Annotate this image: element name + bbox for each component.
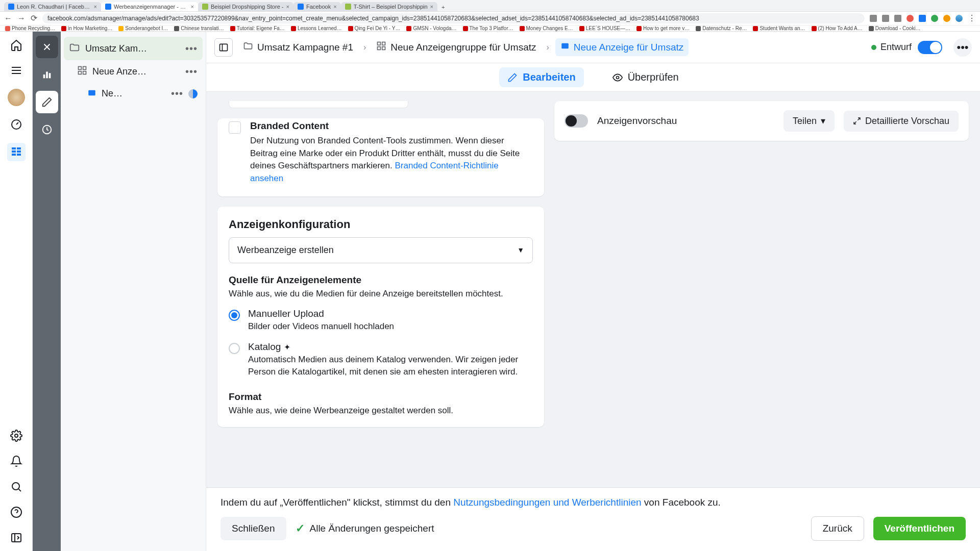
ext4-icon[interactable] xyxy=(943,15,950,22)
nav-forward-icon[interactable]: → xyxy=(17,14,26,23)
publish-button[interactable]: Veröffentlichen xyxy=(873,517,966,540)
radio-catalog[interactable]: Katalog✦ Automatisch Medien aus deinem K… xyxy=(229,341,533,378)
radio-catalog-input[interactable] xyxy=(229,343,240,354)
favicon xyxy=(298,4,304,10)
nav-back-icon[interactable]: ← xyxy=(4,14,12,23)
detailed-preview-button[interactable]: Detaillierte Vorschau xyxy=(844,111,959,132)
browser-tab[interactable]: T-Shirt – Beispiel Dropshippin× xyxy=(341,2,437,11)
tree-ad-row[interactable]: Ne… ••• xyxy=(82,83,203,105)
radio-manual-input[interactable] xyxy=(229,310,240,321)
bookmark-item[interactable]: Lessons Learned… xyxy=(291,26,342,31)
close-button[interactable]: Schließen xyxy=(220,517,286,540)
bookmark-item[interactable]: How to get more v… xyxy=(636,26,690,31)
star-icon[interactable] xyxy=(894,15,901,22)
close-icon[interactable]: × xyxy=(191,4,194,10)
bookmark-item[interactable]: Tutorial: Eigene Fa… xyxy=(230,26,285,31)
bell-icon[interactable] xyxy=(9,454,23,468)
collapse-icon[interactable] xyxy=(9,531,23,545)
bookmark-item[interactable]: Datenschutz - Re… xyxy=(696,26,747,31)
svg-rect-26 xyxy=(83,71,86,74)
back-button[interactable]: Zurück xyxy=(811,516,864,541)
close-icon[interactable]: × xyxy=(430,4,433,10)
grid-icon[interactable] xyxy=(7,143,26,161)
format-heading: Format xyxy=(229,391,533,403)
help-icon[interactable] xyxy=(9,505,23,519)
more-icon[interactable]: ••• xyxy=(171,88,183,99)
tab-edit[interactable]: Bearbeiten xyxy=(499,67,583,87)
home-icon[interactable] xyxy=(9,38,23,52)
bookmark-item[interactable]: (2) How To Add A… xyxy=(812,26,863,31)
ad-config-card: Anzeigenkonfiguration Werbeanzeige erste… xyxy=(217,207,544,427)
folder-icon xyxy=(69,42,80,55)
svg-line-36 xyxy=(857,118,860,120)
bookmark-item[interactable]: Download - Cooki… xyxy=(869,26,921,31)
terms-link[interactable]: Nutzungsbedingungen und Werberichtlinien xyxy=(453,497,641,508)
browser-tab[interactable]: Leon R. Chaudhari | Facebook× xyxy=(4,2,101,11)
tab-review[interactable]: Überprüfen xyxy=(604,67,687,87)
zoom-icon[interactable] xyxy=(870,15,877,22)
favicon xyxy=(105,4,111,10)
browser-tab[interactable]: Werbeanzeigenmanager - We× xyxy=(101,2,198,11)
ext3-icon[interactable] xyxy=(931,15,938,22)
bookmark-item[interactable]: LEE´S HOUSE—… xyxy=(579,26,630,31)
radio-manual-upload[interactable]: Manueller Upload Bilder oder Videos manu… xyxy=(229,308,533,333)
status-label: Entwurf xyxy=(880,42,912,53)
ad-icon xyxy=(560,41,570,53)
menu-icon[interactable] xyxy=(9,63,23,78)
more-icon[interactable]: ••• xyxy=(185,43,198,55)
svg-rect-27 xyxy=(88,90,95,95)
nav-reload-icon[interactable]: ⟳ xyxy=(31,13,37,23)
saved-indicator: ✓ Alle Änderungen gespeichert xyxy=(296,522,434,535)
bookmark-item[interactable]: GMSN - Vologda… xyxy=(406,26,456,31)
bookmark-item[interactable]: Phone Recycling… xyxy=(5,26,55,31)
share-button[interactable]: Teilen ▾ xyxy=(783,110,835,132)
bookmark-item[interactable]: Chinese translati… xyxy=(174,26,224,31)
ad-type-select[interactable]: Werbeanzeige erstellen ▼ xyxy=(229,237,533,263)
browser-tab[interactable]: Beispiel Dropshipping Store -× xyxy=(198,2,293,11)
bookmark-item[interactable]: Qing Fei De Yi - Y… xyxy=(348,26,401,31)
bookmark-item[interactable]: Student Wants an… xyxy=(753,26,805,31)
radio-catalog-title: Katalog✦ xyxy=(248,341,533,353)
pencil-icon[interactable] xyxy=(36,91,58,113)
tree-campaign-row[interactable]: Umsatz Kam… ••• xyxy=(64,37,203,60)
tree-adset-row[interactable]: Neue Anze… ••• xyxy=(72,60,203,83)
branded-content-checkbox[interactable] xyxy=(229,121,241,134)
bookmark-bar: Phone Recycling…in How Marketing…Sondera… xyxy=(0,25,980,31)
main-content: Umsatz Kampagne #1 › Neue Anzeigengruppe… xyxy=(206,32,980,551)
profile-icon[interactable] xyxy=(955,15,963,22)
browser-tab[interactable]: Facebook× xyxy=(293,2,341,11)
ext1-icon[interactable] xyxy=(906,15,914,22)
avatar[interactable] xyxy=(8,89,25,106)
svg-rect-34 xyxy=(561,43,569,49)
ad-enabled-toggle[interactable] xyxy=(918,41,942,54)
share-icon[interactable] xyxy=(882,15,889,22)
new-tab-button[interactable]: + xyxy=(437,3,449,11)
settings-icon[interactable] xyxy=(9,429,23,443)
overflow-button[interactable]: ••• xyxy=(953,38,972,57)
bookmark-item[interactable]: The Top 3 Platfor… xyxy=(463,26,513,31)
crumb-ad[interactable]: Neue Anzeige für Umsatz xyxy=(555,38,689,56)
panel-toggle-button[interactable] xyxy=(214,38,233,57)
address-bar[interactable]: facebook.com/adsmanager/manage/ads/edit?… xyxy=(42,13,865,23)
close-icon[interactable]: × xyxy=(94,4,97,10)
ext2-icon[interactable] xyxy=(919,15,926,22)
stats-icon[interactable] xyxy=(36,63,58,86)
svg-line-37 xyxy=(854,121,856,124)
bookmark-item[interactable]: Money Changes E… xyxy=(520,26,573,31)
preview-toggle[interactable] xyxy=(565,114,588,128)
crumb-campaign[interactable]: Umsatz Kampagne #1 xyxy=(239,39,357,56)
bookmark-item[interactable]: Sonderangebot I… xyxy=(118,26,168,31)
gauge-icon[interactable] xyxy=(9,117,23,132)
kebab-icon[interactable]: ⋮ xyxy=(968,13,976,23)
radio-catalog-desc: Automatisch Medien aus deinem Katalog ve… xyxy=(248,354,533,378)
crumb-adset[interactable]: Neue Anzeigengruppe für Umsatz xyxy=(372,39,540,56)
clock-icon[interactable] xyxy=(36,118,58,141)
radio-manual-title: Manueller Upload xyxy=(248,308,394,319)
close-panel-button[interactable] xyxy=(36,36,58,58)
bookmark-item[interactable]: in How Marketing… xyxy=(61,26,112,31)
svg-rect-33 xyxy=(382,47,385,50)
close-icon[interactable]: × xyxy=(333,4,336,10)
close-icon[interactable]: × xyxy=(286,4,289,10)
more-icon[interactable]: ••• xyxy=(185,66,198,78)
search-icon[interactable] xyxy=(9,480,23,494)
